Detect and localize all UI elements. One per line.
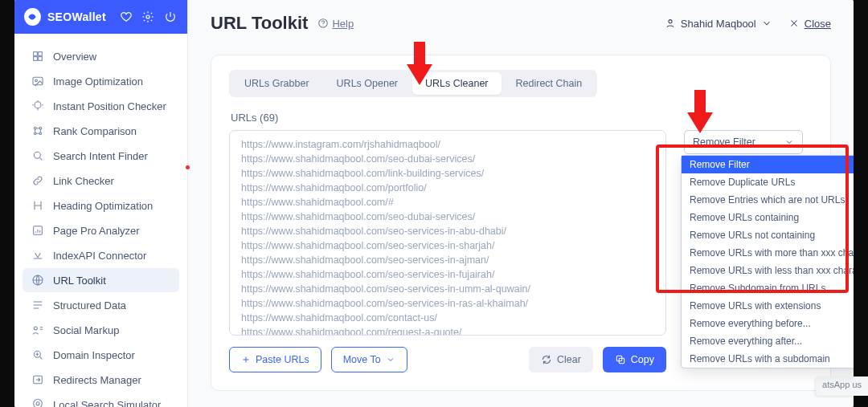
svg-rect-4	[39, 57, 43, 61]
filter-option[interactable]: Remove URLs with less than xxx character…	[682, 262, 854, 279]
chevron-down-icon	[784, 137, 794, 147]
url-line: https://www.instagram.com/rjshahidmaqboo…	[241, 137, 654, 152]
urls-textarea[interactable]: https://www.instagram.com/rjshahidmaqboo…	[229, 130, 666, 336]
urls-count-label: URLs (69)	[231, 112, 813, 124]
clear-label: Clear	[557, 354, 581, 365]
svg-point-10	[34, 132, 36, 135]
svg-point-9	[39, 127, 42, 129]
user-name: Shahid Maqbool	[681, 18, 756, 30]
filter-option[interactable]: Remove URLs with a subdomain	[682, 350, 854, 368]
tab-urls-opener[interactable]: URLs Opener	[324, 72, 411, 95]
svg-point-7	[35, 102, 41, 108]
filter-option[interactable]: Remove Subdomain from URLs	[682, 279, 854, 297]
url-line: https://www.shahidmaqbool.com/seo-servic…	[241, 238, 654, 253]
sidebar-item-label: Redirects Manager	[53, 374, 141, 386]
svg-point-11	[39, 132, 42, 135]
sidebar-item-redirects-manager[interactable]: Redirects Manager	[23, 368, 179, 392]
action-row: Paste URLs Move To Clear	[229, 347, 666, 372]
sidebar-item-label: Rank Comparison	[53, 125, 137, 137]
gear-icon[interactable]	[141, 9, 156, 25]
close-button[interactable]: Close	[788, 18, 831, 30]
heading-icon	[31, 198, 45, 213]
user-menu[interactable]: Shahid Maqbool	[665, 18, 772, 30]
filter-selected-label: Remove Filter	[693, 136, 755, 148]
plus-icon	[241, 355, 251, 364]
svg-rect-1	[34, 52, 38, 56]
filter-select-button[interactable]: Remove Filter	[684, 130, 803, 154]
app-window: SEOWallet OverviewImage OptimizationInst…	[14, 0, 854, 407]
sidebar-item-indexapi-connector[interactable]: IndexAPI Connector	[23, 243, 179, 267]
analyzer-icon	[31, 223, 45, 238]
sidebar-item-rank-comparison[interactable]: Rank Comparison	[23, 119, 179, 143]
power-icon[interactable]	[162, 9, 178, 25]
sidebar-item-link-checker[interactable]: Link Checker	[23, 169, 179, 193]
sidebar-item-label: Heading Optimization	[53, 200, 153, 212]
sidebar-item-label: IndexAPI Connector	[53, 250, 146, 262]
sidebar-item-instant-position-checker[interactable]: Instant Position Checker	[23, 94, 179, 118]
sidebar-item-domain-inspector[interactable]: Domain Inspector	[23, 343, 179, 367]
tab-urls-cleaner[interactable]: URLs Cleaner	[412, 72, 502, 95]
sidebar-item-structured-data[interactable]: Structured Data	[23, 293, 179, 317]
svg-point-22	[323, 26, 324, 26]
sidebar-item-local-search-simulator[interactable]: Local Search Simulator	[23, 393, 179, 407]
sidebar-item-search-intent-finder[interactable]: Search Intent Finder	[23, 144, 179, 168]
position-icon	[31, 99, 45, 113]
heart-icon[interactable]	[119, 9, 134, 25]
clear-button[interactable]: Clear	[529, 347, 593, 372]
move-to-button[interactable]: Move To	[331, 347, 407, 372]
sidebar-item-label: Image Optimization	[53, 75, 143, 88]
topbar: URL Toolkit Help Shahid Maqbool Close	[188, 0, 854, 47]
svg-point-6	[35, 79, 38, 82]
nav-list: OverviewImage OptimizationInstant Positi…	[14, 34, 187, 407]
tab-redirect-chain[interactable]: Redirect Chain	[503, 72, 596, 95]
filter-option[interactable]: Remove Filter	[682, 156, 854, 173]
sidebar-item-overview[interactable]: Overview	[23, 44, 179, 68]
tab-urls-grabber[interactable]: URLs Grabber	[231, 72, 322, 95]
filter-option[interactable]: Remove everything after...	[682, 332, 854, 350]
whatsapp-badge[interactable]: atsApp us	[816, 376, 868, 396]
sidebar-item-image-optimization[interactable]: Image Optimization	[23, 69, 179, 93]
sidebar-item-label: Overview	[53, 51, 96, 63]
globe-icon	[31, 273, 45, 287]
sidebar-item-social-markup[interactable]: Social Markup	[23, 318, 179, 342]
sidebar: SEOWallet OverviewImage OptimizationInst…	[14, 0, 188, 407]
sidebar-item-label: Instant Position Checker	[53, 100, 166, 112]
workspace-right: Remove Filter Remove FilterRemove Duplic…	[684, 130, 813, 372]
copy-button[interactable]: Copy	[603, 347, 666, 372]
search-icon	[31, 149, 45, 163]
filter-option[interactable]: Remove Duplicate URLs	[682, 173, 854, 191]
filter-option[interactable]: Remove URLs with extensions	[682, 297, 854, 315]
sidebar-item-page-pro-analyzer[interactable]: Page Pro Analyzer	[23, 218, 179, 242]
svg-rect-3	[34, 57, 38, 61]
svg-point-18	[36, 402, 39, 405]
red-dot-icon	[186, 165, 190, 169]
close-label: Close	[805, 18, 831, 30]
svg-rect-2	[39, 52, 43, 56]
filter-option[interactable]: Remove Entries which are not URLs	[682, 191, 854, 209]
brand-name: SEOWallet	[47, 10, 106, 23]
sidebar-item-label: Social Markup	[53, 324, 119, 336]
sidebar-item-heading-optimization[interactable]: Heading Optimization	[23, 193, 179, 218]
sidebar-item-label: Search Intent Finder	[53, 150, 148, 162]
svg-point-8	[34, 127, 36, 129]
copy-label: Copy	[631, 354, 654, 365]
paste-urls-button[interactable]: Paste URLs	[229, 347, 321, 372]
filter-option[interactable]: Remove URLs not containing	[682, 226, 854, 244]
url-line: https://www.shahidmaqbool.com/seo-servic…	[241, 224, 654, 238]
url-line: https://www.shahidmaqbool.com/portfolio/	[241, 181, 654, 195]
filter-option[interactable]: Remove URLs containing	[682, 209, 854, 226]
app-shell: SEOWallet OverviewImage OptimizationInst…	[0, 0, 868, 407]
sidebar-item-url-toolkit[interactable]: URL Toolkit	[23, 268, 179, 292]
move-to-label: Move To	[343, 354, 381, 365]
filter-select: Remove Filter Remove FilterRemove Duplic…	[684, 130, 813, 154]
url-line: https://www.shahidmaqbool.com/seo-servic…	[241, 296, 654, 311]
help-link[interactable]: Help	[317, 18, 354, 30]
filter-option[interactable]: Remove URLs with more than xxx character…	[682, 244, 854, 262]
url-line: https://www.shahidmaqbool.com/seo-servic…	[241, 267, 654, 282]
page-title: URL Toolkit	[211, 13, 308, 34]
link-icon	[31, 173, 45, 188]
help-label: Help	[332, 18, 354, 30]
user-icon	[665, 18, 676, 29]
filter-option[interactable]: Remove everything before...	[682, 315, 854, 332]
subtool-tabs: URLs GrabberURLs OpenerURLs CleanerRedir…	[229, 70, 597, 97]
